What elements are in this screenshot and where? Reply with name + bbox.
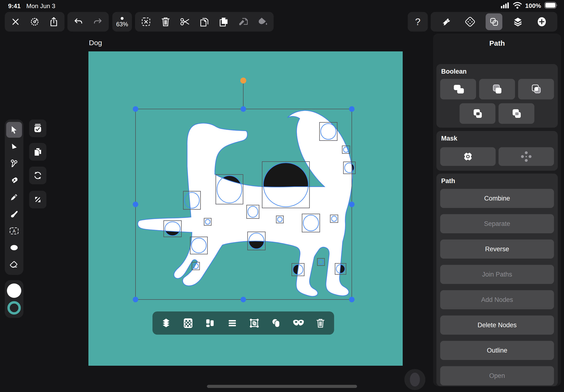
brush-tool[interactable] xyxy=(6,206,22,222)
color-swatches xyxy=(5,280,23,318)
boolean-label: Boolean xyxy=(441,68,467,75)
add-icon[interactable] xyxy=(533,13,550,30)
rotate-button[interactable] xyxy=(29,167,46,184)
pencil-knob-inner xyxy=(410,373,420,387)
zoom-dot xyxy=(121,17,124,20)
pencil-knob[interactable] xyxy=(404,369,425,390)
release-mask-button[interactable] xyxy=(498,147,554,166)
cellular-signal-icon xyxy=(501,2,509,9)
paste-style-icon[interactable] xyxy=(235,13,252,30)
divide-button[interactable] xyxy=(498,103,534,124)
open-button[interactable]: Open xyxy=(440,366,554,385)
svg-text:A: A xyxy=(13,229,15,234)
artboard-title[interactable]: Dog xyxy=(89,39,102,47)
stroke-swatch[interactable] xyxy=(7,301,21,315)
status-date: Mon Jun 3 xyxy=(26,2,55,10)
share-button[interactable] xyxy=(45,13,62,30)
shape-tool[interactable] xyxy=(6,240,22,255)
pencil-tool[interactable] xyxy=(6,189,22,205)
layers-icon[interactable] xyxy=(509,13,526,30)
reverse-button[interactable]: Reverse xyxy=(440,239,554,259)
separate-button[interactable]: Separate xyxy=(440,214,554,233)
tool-palette: A xyxy=(5,120,23,275)
rotate-handle[interactable] xyxy=(240,78,246,84)
pen-tool[interactable] xyxy=(6,173,22,188)
wifi-icon xyxy=(513,2,522,10)
style-brush-icon[interactable] xyxy=(438,13,454,30)
document-toolbar-group xyxy=(5,12,65,31)
outline-button[interactable]: Outline xyxy=(440,341,554,360)
edit-toolbar-group xyxy=(135,12,274,31)
context-toolbar xyxy=(152,311,334,335)
scale-button[interactable] xyxy=(29,191,46,209)
battery-percent: 100% xyxy=(525,2,541,10)
add-nodes-button[interactable]: Add Nodes xyxy=(440,290,554,309)
select-same-button[interactable] xyxy=(29,120,46,137)
select-all-icon[interactable] xyxy=(138,13,154,30)
intersect-button[interactable] xyxy=(518,79,554,99)
trash-icon[interactable] xyxy=(312,315,329,332)
fill-bucket-icon[interactable] xyxy=(254,13,271,30)
union-button[interactable] xyxy=(440,79,476,99)
duplicate-button[interactable] xyxy=(29,143,46,161)
path-section: Path Combine Separate Reverse Join Paths… xyxy=(436,174,558,386)
trash-icon[interactable] xyxy=(157,13,174,30)
select-tool[interactable] xyxy=(6,122,22,138)
scissors-tool[interactable] xyxy=(6,156,22,171)
delete-nodes-button[interactable]: Delete Nodes xyxy=(440,316,554,335)
settings-gear-icon[interactable] xyxy=(26,13,43,30)
shapes-icon[interactable] xyxy=(268,315,285,332)
path-icon[interactable] xyxy=(486,13,502,30)
frame-copy-icon[interactable] xyxy=(246,315,263,332)
panel-title: Path xyxy=(433,39,561,47)
mask-face-icon[interactable] xyxy=(290,315,307,332)
undo-icon[interactable] xyxy=(70,13,87,30)
combine-button[interactable]: Combine xyxy=(440,189,554,208)
align-bars-icon[interactable] xyxy=(224,315,241,332)
close-button[interactable] xyxy=(7,13,24,30)
join-paths-button[interactable]: Join Paths xyxy=(440,265,554,284)
mask-label: Mask xyxy=(441,135,457,142)
help-button[interactable]: ? xyxy=(408,12,428,31)
opacity-checker-icon[interactable] xyxy=(180,315,196,332)
mask-section: Mask xyxy=(436,131,558,171)
inspector-tabs-group xyxy=(431,12,557,31)
battery-icon xyxy=(544,2,558,10)
scissors-icon[interactable] xyxy=(177,13,193,30)
dog-shape[interactable] xyxy=(138,111,353,296)
help-label: ? xyxy=(415,16,420,27)
arrange-grid-icon[interactable] xyxy=(202,315,219,332)
boolean-section: Boolean xyxy=(436,64,558,128)
status-bar: 9:41 Mon Jun 3 100% xyxy=(0,0,564,12)
home-indicator[interactable] xyxy=(207,385,357,388)
path-panel: Path Boolean Mask Path Combine Sep xyxy=(433,33,561,386)
text-tool[interactable]: A xyxy=(6,223,22,239)
subtract-button[interactable] xyxy=(479,79,515,99)
redo-icon[interactable] xyxy=(89,13,106,30)
exclude-button[interactable] xyxy=(460,103,495,124)
mask-button[interactable] xyxy=(440,147,496,166)
paste-icon[interactable] xyxy=(215,13,232,30)
zoom-control[interactable]: 63% xyxy=(112,12,132,31)
zoom-level: 63% xyxy=(116,21,128,28)
eraser-tool[interactable] xyxy=(6,257,22,272)
direct-select-tool[interactable] xyxy=(6,139,22,155)
fill-swatch[interactable] xyxy=(7,283,21,298)
arrange-icon[interactable] xyxy=(462,13,479,30)
history-toolbar-group xyxy=(67,12,109,31)
path-label: Path xyxy=(441,177,455,185)
status-time: 9:41 xyxy=(8,2,21,10)
copy-icon[interactable] xyxy=(196,13,213,30)
layers-icon[interactable] xyxy=(158,315,175,332)
